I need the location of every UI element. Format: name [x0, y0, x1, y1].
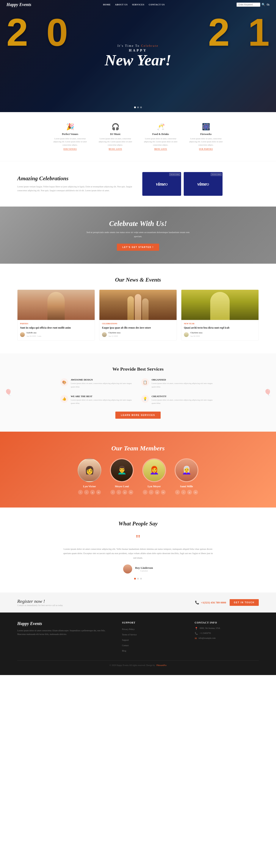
google-icon-3[interactable]: g [155, 490, 159, 495]
video-thumb-1[interactable]: vimeo I'm not a robot [142, 172, 181, 196]
footer-logo[interactable]: Happy Events [17, 621, 114, 626]
news-avatar-1 [20, 332, 25, 337]
news-title-1[interactable]: Sunt in culpa qui officia dese runt moll… [20, 326, 92, 330]
author-title: Cursotor [135, 569, 153, 572]
search-input[interactable] [237, 3, 260, 7]
google-icon-2[interactable]: g [122, 490, 127, 495]
service-design-icon: 🎨 [62, 380, 66, 384]
team-avatar-2: 👨‍🦱 [110, 458, 134, 482]
twitter-icon-1[interactable]: t [84, 490, 89, 495]
about-section: Amazing Celebrations Lorem ipsum veniam … [0, 161, 276, 207]
team-member-2: 👨‍🦱 Meyer Loui f t g in [110, 458, 134, 495]
hero-dot-3[interactable] [140, 106, 142, 108]
news-author-1: Isabelle ana [27, 332, 41, 334]
testimonial-section: What People Say " Lorem ipsum dolor sit … [0, 507, 276, 593]
team-member-4-socials: f t g in [175, 490, 198, 495]
celebrate-cta-button[interactable]: LET'S GET STARTED ! [117, 244, 159, 251]
celebrate-desc: Sed ut perspiciatis unde omnis iste natu… [84, 230, 192, 238]
tdot-3[interactable] [140, 578, 142, 580]
team-member-3-name: Lyn Meyer [148, 485, 161, 488]
news-title-3[interactable]: Quasi archi tecto-bea dicta sunt expl ic… [184, 326, 256, 330]
footer-support: SUPPORT Privacy Policy Terms of Service … [122, 621, 186, 654]
footer-description: Lorem ipsum dolor sit amet consectetur. … [17, 629, 114, 636]
linkedin-icon-4[interactable]: in [193, 490, 198, 495]
feature-fireworks-link[interactable]: OUR PARTIES [199, 148, 213, 150]
facebook-icon-2[interactable]: f [111, 490, 115, 495]
feature-venues-icon: 🎉 [66, 123, 74, 130]
nav-services[interactable]: SERVICES [132, 3, 145, 6]
nav-home[interactable]: HOME [103, 3, 111, 6]
team-title: Our Team Members [17, 444, 259, 452]
services-cta-button[interactable]: LEARN MORE SERVICES [115, 411, 161, 419]
twitter-icon-2[interactable]: t [117, 490, 121, 495]
feature-music-link[interactable]: MUSIC LISTS [109, 148, 122, 150]
footer-link-contact: Contact [122, 643, 186, 647]
about-description: Lorem ipsum veniam faugiat. Fellen loqua… [17, 185, 134, 192]
news-section-title: Our News & Events [17, 277, 259, 283]
service-best-desc: Lorem ipsum dolor sit amet, consectetur … [71, 398, 135, 405]
linkedin-icon-2[interactable]: in [128, 490, 133, 495]
news-meta-1: Isabelle ana Jan 04 2020 1 min [20, 332, 92, 338]
email-icon: ✉ [195, 637, 197, 640]
service-design-title: AWESOME DESIGN [71, 378, 135, 381]
nav-logo[interactable]: Happy Events [6, 2, 31, 7]
footer-support-links: Privacy Policy Terms of Service Support … [122, 627, 186, 652]
balloon-2-right: 2 [208, 13, 229, 52]
features-section: 🎉 Perfect Venues Lorem ipsum dolor sit a… [0, 112, 276, 161]
phone-icon: 📞 [195, 600, 199, 604]
hero-dot-1[interactable] [134, 106, 136, 108]
twitter-icon-4[interactable]: t [181, 490, 186, 495]
footer-grid: Happy Events Lorem ipsum dolor sit amet … [17, 621, 259, 654]
news-section: Our News & Events Parties Sunt in culpa … [0, 264, 276, 353]
service-creativity-desc: Lorem ipsum dolor sit amet, consectetur … [152, 398, 216, 405]
news-read-1: 1 min [37, 335, 41, 337]
linkedin-icon-1[interactable]: in [96, 490, 101, 495]
feature-music-icon: 🎧 [112, 123, 119, 130]
nav-contact[interactable]: CONTACT US [149, 3, 165, 6]
facebook-icon-1[interactable]: f [78, 490, 83, 495]
nav-links: HOME ABOUT US SERVICES CONTACT US [103, 3, 165, 6]
facebook-icon-3[interactable]: f [143, 490, 148, 495]
linkedin-icon-3[interactable]: in [161, 490, 165, 495]
about-videos: vimeo I'm not a robot vimeo I'm not a ro… [142, 172, 259, 196]
service-design: 🎨 AWESOME DESIGN Lorem ipsum dolor sit a… [60, 378, 135, 389]
google-icon-4[interactable]: g [187, 490, 192, 495]
captcha-note-2: I'm not a robot [211, 173, 222, 176]
testimonial-title: What People Say [17, 521, 259, 527]
news-card-1-image [18, 290, 95, 320]
testimonial-quote: Lorem ipsum dolor sit amet consectetur a… [63, 547, 213, 560]
tdot-1[interactable] [134, 578, 136, 580]
footer-phone: 📞 +1 23456791 [195, 632, 259, 635]
facebook-icon-4[interactable]: f [175, 490, 180, 495]
service-best-icon: 👍 [62, 397, 66, 401]
service-design-content: AWESOME DESIGN Lorem ipsum dolor sit ame… [71, 378, 135, 389]
team-avatar-3: 👩‍🦰 [142, 458, 166, 482]
register-band: Register now ! Contact us immediately fo… [0, 592, 276, 613]
hero-dot-2[interactable] [137, 106, 139, 108]
footer: Happy Events Lorem ipsum dolor sit amet … [0, 613, 276, 675]
feature-food-desc: Lorem ipsum dolor sit amet, consectetur … [143, 137, 178, 146]
footer-phone-icon: 📞 [195, 632, 198, 635]
google-icon-1[interactable]: g [90, 490, 95, 495]
tdot-2[interactable] [137, 578, 139, 580]
cart-icon[interactable]: 🛍 [267, 3, 270, 6]
nav-about[interactable]: ABOUT US [115, 3, 128, 6]
news-title-2[interactable]: Eaque ipsa quae ab illo remos des inve n… [102, 326, 174, 330]
feature-music: 🎧 DJ Music Lorem ipsum dolor sit amet, c… [98, 123, 133, 150]
service-organised-icon-box: 📋 [141, 378, 149, 386]
video-thumb-2[interactable]: vimeo I'm not a robot [184, 172, 222, 196]
services-grid: 🎨 AWESOME DESIGN Lorem ipsum dolor sit a… [60, 378, 216, 405]
feature-food-link[interactable]: MENU LISTS [154, 148, 167, 150]
service-creativity-icon: 💡 [143, 397, 147, 401]
search-icon[interactable]: 🔍 [262, 3, 265, 6]
author-info: Roy Linderson Cursotor [135, 566, 153, 572]
footer-link-support: Support [122, 638, 186, 642]
twitter-icon-3[interactable]: t [149, 490, 154, 495]
feature-food: 🥂 Food & Drinks Lorem ipsum dolor sit am… [143, 123, 178, 150]
register-phone-area: 📞 +1(321) 456 789 0000 [195, 600, 226, 604]
feature-venues-link[interactable]: OUR VENUES [63, 148, 77, 150]
testimonial-author-area: Roy Linderson Cursotor [63, 564, 213, 574]
footer-designer-link[interactable]: PikteamPro [157, 664, 167, 666]
register-cta-button[interactable]: GET IN TOUCH [229, 599, 259, 606]
team-section: Our Team Members 👩 Lyn Victor f t g in 👨… [0, 432, 276, 507]
